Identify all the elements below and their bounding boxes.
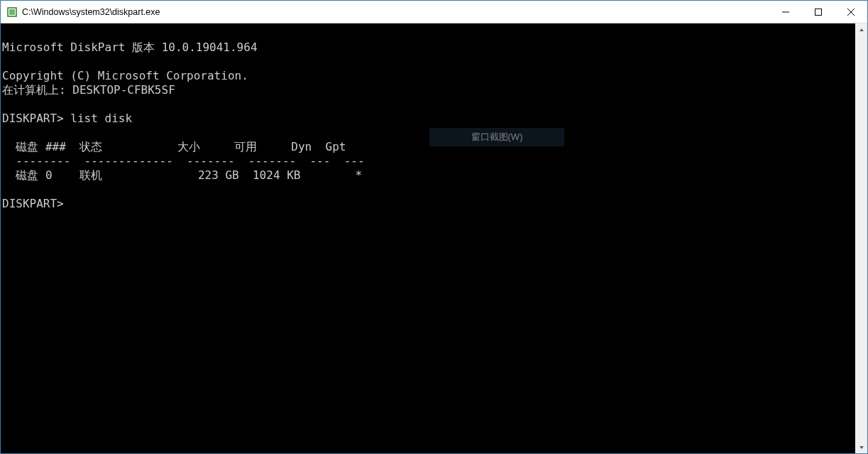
svg-rect-3 (815, 9, 822, 15)
output-line: DISKPART> (2, 197, 64, 210)
titlebar[interactable]: C:\Windows\system32\diskpart.exe (1, 1, 867, 23)
scroll-down-icon[interactable] (855, 441, 867, 453)
output-line: 在计算机上: DESKTOP-CFBK5SF (2, 83, 175, 97)
screenshot-hint-overlay[interactable]: 窗口截图(W) (429, 128, 564, 146)
maximize-button[interactable] (802, 1, 835, 23)
app-icon (6, 6, 18, 18)
output-line: Microsoft DiskPart 版本 10.0.19041.964 (2, 40, 258, 54)
scroll-track[interactable] (855, 36, 867, 441)
close-button[interactable] (835, 1, 867, 23)
output-line: 磁盘 ### 状态 大小 可用 Dyn Gpt (2, 140, 346, 153)
terminal-output[interactable]: Microsoft DiskPart 版本 10.0.19041.964 Cop… (1, 23, 855, 453)
minimize-button[interactable] (769, 1, 802, 23)
terminal-container: Microsoft DiskPart 版本 10.0.19041.964 Cop… (1, 23, 867, 453)
overlay-label: 窗口截图(W) (471, 131, 523, 144)
svg-rect-1 (9, 9, 15, 15)
window-title: C:\Windows\system32\diskpart.exe (22, 7, 769, 17)
output-line: DISKPART> list disk (2, 112, 132, 125)
scroll-up-icon[interactable] (855, 23, 867, 36)
output-line: 磁盘 0 联机 223 GB 1024 KB * (2, 168, 362, 182)
scrollbar-vertical[interactable] (855, 23, 867, 453)
output-line: Copyright (C) Microsoft Corporation. (2, 69, 248, 82)
window-controls (769, 1, 867, 23)
output-line: -------- ------------- ------- ------- -… (2, 154, 365, 168)
